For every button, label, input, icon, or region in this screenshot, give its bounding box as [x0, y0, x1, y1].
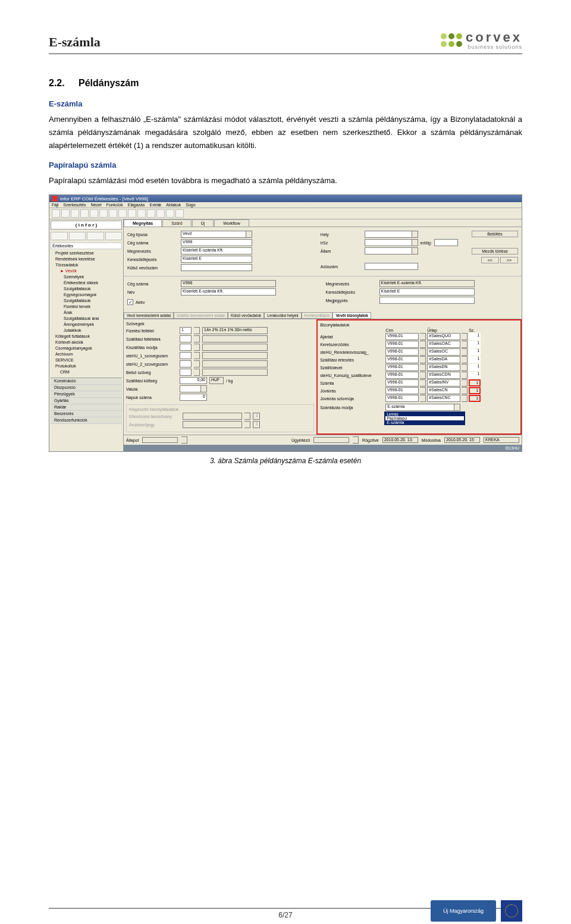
dropdown-icon[interactable] — [420, 379, 426, 386]
dropdown-icon[interactable] — [462, 348, 468, 356]
dropdown-icon[interactable] — [420, 372, 426, 379]
input-irsz[interactable] — [365, 239, 412, 246]
cell-cim[interactable]: V998-01 — [385, 387, 419, 394]
tree-item[interactable]: Egységcsomagok — [52, 292, 121, 298]
dropdown-icon[interactable] — [462, 364, 468, 371]
input-ceg-szama[interactable]: V998 — [181, 239, 252, 246]
dropdown-icon[interactable] — [194, 360, 200, 367]
dropdown-icon[interactable] — [420, 395, 426, 402]
tree-item[interactable]: CRM — [52, 369, 121, 375]
menu-item[interactable]: Nézet — [90, 203, 101, 207]
cell-urlap[interactable]: irSalesDA — [427, 356, 460, 363]
dropdown-icon[interactable] — [246, 231, 252, 238]
nav-section[interactable]: Rendszerfunkciók — [51, 417, 122, 424]
nav-section[interactable]: Diszpozíció — [51, 385, 122, 391]
tree-item[interactable]: Archívum — [52, 351, 121, 357]
cell-sz[interactable]: 1 — [469, 364, 481, 371]
nav-section[interactable]: Gyártás — [51, 398, 122, 404]
cell-urlap[interactable]: irSalesDN — [427, 364, 460, 371]
aktiv-checkbox[interactable]: ✓ — [127, 299, 133, 305]
toolbar-button[interactable] — [90, 209, 98, 218]
input-fizfeltetel-code[interactable]: 1 — [180, 327, 192, 334]
cell-sz[interactable]: 1 — [469, 372, 481, 379]
dropdown-icon[interactable] — [412, 239, 418, 246]
sidebar-nav-button[interactable] — [105, 232, 123, 240]
dropdown-option[interactable]: Papíralapú — [385, 416, 464, 420]
dropdown-icon[interactable] — [201, 385, 207, 392]
dropdown-list-szamlazas-modja[interactable]: Leírás Papíralapú E-számla — [384, 411, 465, 425]
input-keresokifejezes-2[interactable]: Kísérleti E — [379, 288, 475, 296]
cell-cim[interactable]: V998-01 — [385, 341, 419, 348]
tree-item[interactable]: Szolgáltatások — [52, 286, 121, 292]
cell-urlap[interactable]: irSalesOAC — [427, 341, 460, 348]
toolbar-button[interactable] — [175, 209, 184, 218]
sub-tab[interactable]: Vevői bizonylatok — [332, 312, 371, 319]
sub-tab[interactable]: Vevő kereskedelmi adatai — [124, 312, 174, 319]
toolbar-button[interactable] — [137, 209, 146, 218]
tree-item[interactable]: Körlevél akciók — [52, 340, 121, 345]
cell-urlap[interactable]: irSalesINV — [427, 379, 460, 386]
dropdown-icon[interactable] — [420, 333, 426, 340]
menu-item[interactable]: Elágazás — [128, 203, 145, 207]
input-kulso-vevoszam[interactable] — [181, 264, 252, 271]
cell-cim[interactable]: V998-01 — [385, 379, 419, 386]
input-belsoszoveg[interactable] — [180, 369, 192, 376]
input-allam[interactable] — [365, 247, 412, 254]
cell-sz[interactable]: 1 — [469, 333, 481, 340]
tree-item[interactable]: Kötegelt futtatások — [52, 334, 121, 340]
tree-item[interactable]: Csomagolóanyagok — [52, 345, 121, 351]
dropdown-icon[interactable] — [454, 404, 460, 411]
menu-item[interactable]: Ablakok — [166, 203, 181, 207]
toolbar-button[interactable] — [109, 209, 117, 218]
input-szamlazas-modja[interactable]: E-számla — [385, 404, 454, 411]
sidebar-nav-button[interactable] — [87, 232, 104, 240]
cell-sz[interactable]: 1 — [469, 341, 481, 348]
dropdown-icon[interactable] — [420, 341, 426, 348]
input-valuta[interactable] — [180, 385, 201, 392]
cell-urlap[interactable]: irSalesCDN — [427, 372, 460, 379]
cell-sz[interactable]: 1 — [469, 348, 481, 356]
prev-button[interactable]: << — [481, 257, 499, 263]
dropdown-icon[interactable] — [420, 356, 426, 363]
tree-item[interactable]: Jutalékok — [52, 328, 121, 334]
input-keresokifejezes[interactable]: Kísérleti E — [181, 256, 252, 263]
dropdown-icon[interactable] — [194, 352, 200, 359]
cell-cim[interactable]: V998-01 — [385, 333, 419, 340]
input-megnevezes[interactable]: Kísérleti E-számla Kft. — [181, 247, 252, 254]
tree-item[interactable]: Értékesítési cikkek — [52, 280, 121, 286]
toolbar-button[interactable] — [128, 209, 136, 218]
dropdown-icon[interactable] — [194, 335, 200, 342]
sidebar-nav-button[interactable] — [69, 232, 86, 240]
tree-item[interactable]: Személyek — [52, 274, 121, 280]
sub-tab[interactable]: Kommunikáció — [302, 312, 333, 319]
tab[interactable]: Új — [192, 219, 214, 227]
input-ceg-tipusa[interactable]: Vevő — [181, 231, 246, 238]
cell-urlap[interactable]: irSalesCNC — [427, 395, 460, 402]
toolbar-button[interactable] — [166, 209, 174, 218]
dropdown-icon[interactable] — [353, 436, 359, 444]
toolbar-button[interactable] — [80, 209, 89, 218]
dropdown-icon[interactable] — [462, 379, 468, 386]
tree-item[interactable]: Szolgáltatások árai — [52, 316, 121, 322]
cell-urlap[interactable]: irSalesCN — [427, 387, 460, 394]
sub-tab[interactable]: Szállító kereskedelmi adatai — [174, 312, 228, 319]
betoltes-button[interactable]: Betöltés — [472, 231, 518, 237]
toolbar-button[interactable] — [156, 209, 165, 218]
input-szallitasi-koltseg[interactable]: 0,00 — [180, 377, 207, 384]
mezok-torlese-button[interactable]: Mezők törlése — [472, 248, 518, 254]
dropdown-icon[interactable] — [462, 395, 468, 402]
nav-section[interactable]: Beszerzés — [51, 411, 122, 417]
menu-item[interactable]: Funkciók — [106, 203, 123, 207]
tree-item[interactable]: Rendelések kezelése — [52, 256, 121, 262]
tree-item[interactable]: Szolgáltatások — [52, 298, 121, 304]
input-stehu1[interactable] — [180, 352, 192, 359]
cell-cim[interactable]: V998-01 — [385, 395, 419, 402]
input-szallfelt[interactable] — [180, 335, 192, 342]
tree-item[interactable]: SERVICE — [52, 357, 121, 363]
tree-item[interactable]: Projekt szerkesztése — [52, 250, 121, 256]
sidebar-nav-button[interactable] — [51, 232, 68, 240]
tree-item[interactable]: Fizetési tervek — [52, 304, 121, 310]
menu-item[interactable]: Fájl — [52, 203, 58, 207]
input-stehu2[interactable] — [180, 360, 192, 367]
toolbar-button[interactable] — [61, 209, 70, 218]
